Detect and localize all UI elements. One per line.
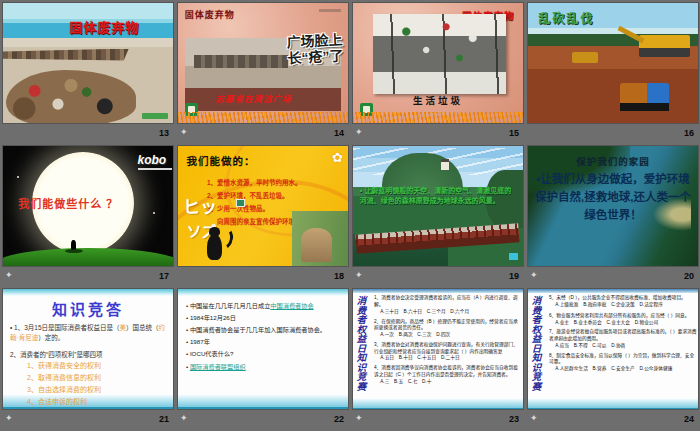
slide-thumbnail-15[interactable]: 固体废弃物 生活垃圾 — [352, 2, 524, 124]
item-text: • 中国是在几几年几月几日成立 — [186, 302, 270, 309]
slide-thumbnail-17[interactable]: 我们能做些什么 ？ kobo — [2, 145, 174, 267]
slide-number: 20 — [684, 271, 694, 281]
slide-text: •让我们从身边做起，爱护环境保护自然,拯救地球,还人类一个绿色世界！ — [533, 171, 693, 224]
garbage-pile-photo — [6, 70, 135, 124]
animation-star-icon[interactable]: ✦ — [530, 271, 538, 280]
list-item: • 1987年 — [186, 337, 343, 347]
slide-thumbnail-19[interactable]: • 让蔚蓝明镜般的天空、清新的空气、清澈见底的河流、绿色的森林原野成为地球永远的… — [352, 145, 524, 267]
slide-number: 22 — [334, 414, 344, 424]
slide-number: 21 — [159, 414, 169, 424]
slide-thumbnail-24[interactable]: 消费者权益日知识竞赛 5、未经（D ），公共服务企业不得提高收费标准、增加收费项… — [527, 288, 699, 410]
animation-star-icon[interactable]: ✦ — [530, 414, 538, 423]
slide-cell-14: 固体废弃物 广场脸上 长“疮”了 志愿者在清洁广场 ✦ 14 — [177, 2, 349, 144]
bulldozer-graphic — [572, 52, 598, 63]
q1-text: • 1、3月15日是国际消费者权益日是（ — [10, 324, 120, 331]
animation-star-icon[interactable]: ✦ — [355, 271, 363, 280]
slide-sorter-grid: 固体废弃物 ✦ 13 固体废弃物 广场脸上 长“疮”了 志愿者在清洁广场 ✦ 1… — [0, 0, 700, 431]
list-item: • IOCU代表什么? — [186, 349, 343, 359]
quiz-options: A.三 B.五 C.七 D.十 — [380, 379, 521, 385]
list-item: • 1984年12月26日 — [186, 313, 343, 323]
top-band — [3, 289, 173, 297]
top-band — [178, 289, 348, 297]
quiz-options: A.业主 B.业主委员会 C.业主大会 D.物业公司 — [555, 319, 696, 325]
slide-number: 24 — [684, 414, 694, 424]
slide-thumbnail-23[interactable]: 消费者权益日知识竞赛 1、消费者协会决定受理消费者投诉的，应当在（A ）内进行调… — [352, 288, 524, 410]
list-item: • 中国是在几几年几月几日成立中国消费者协会 — [186, 301, 343, 311]
slide-title: 保护我们的家园 — [528, 154, 698, 168]
trash-trees-photo — [373, 14, 506, 94]
list-item: 2、取得消费信息的权利 — [27, 372, 101, 384]
question-1: • 1、3月15日是国际消费者权益日是（美）国总统（约翰·肯尼迪）定的。 — [10, 323, 168, 343]
slide-meta: ✦ 23 — [352, 410, 524, 427]
slide-title: 乱砍乱伐 — [538, 9, 594, 26]
question-2: 2、消费者的“四项权利”是哪四项 — [10, 349, 168, 359]
star-dot — [153, 212, 155, 214]
bottom-band — [528, 398, 698, 409]
slide-header: 固体废弃物 — [185, 8, 235, 21]
animation-star-icon[interactable]: ✦ — [180, 414, 188, 423]
quiz-options: A.上级批准 B.政府审批 C.企业决策 D.法定程序 — [555, 302, 696, 308]
slide-thumbnail-13[interactable]: 固体废弃物 — [2, 2, 174, 124]
top-band — [528, 289, 698, 293]
excavator-graphic — [639, 35, 690, 57]
grass-fringe — [178, 112, 348, 123]
tree-stump-photo — [292, 211, 348, 266]
slide-thumbnail-14[interactable]: 固体废弃物 广场脸上 长“疮”了 志愿者在清洁广场 — [177, 2, 349, 124]
list-item: 1、爱惜水资源，平时节约用水。 — [207, 176, 329, 189]
watermark — [319, 9, 341, 12]
list-item: 1、获得消费安全的权利 — [27, 360, 101, 372]
slide-meta: ✦ 20 — [527, 267, 699, 284]
list-item: • 国际消费者联盟组织 — [186, 362, 343, 372]
headline-line2: 长“疮”了 — [287, 48, 344, 67]
animation-star-icon[interactable]: ✦ — [355, 128, 363, 137]
slide-cell-13: 固体废弃物 ✦ 13 — [2, 2, 174, 144]
slide-thumbnail-18[interactable]: 我们能做的： ✿ 1、爱惜水资源，平时节约用水。 2、爱护环境，不乱丢垃圾。 3… — [177, 145, 349, 267]
animation-star-icon[interactable]: ✦ — [355, 414, 363, 423]
slide-thumbnail-21[interactable]: 知识竞答 • 1、3月15日是国际消费者权益日是（美）国总统（约翰·肯尼迪）定的… — [2, 288, 174, 410]
slide-cell-20: 保护我们的家园 •让我们从身边做起，爱护环境保护自然,拯救地球,还人类一个绿色世… — [527, 145, 699, 287]
slide-title: 知识竞答 — [3, 298, 173, 319]
star-dot — [17, 176, 19, 178]
black-cat-graphic — [207, 234, 222, 260]
quiz-questions: 5、未经（D ），公共服务企业不得提高收费标准、增加收费项目。 A.上级批准 B… — [549, 295, 697, 376]
slide-title: 我们能做的： — [187, 153, 256, 168]
quiz-question: 1、消费者协会决定受理消费者投诉的，应当在（A ）内进行调查、调解。 — [374, 295, 522, 308]
quiz-question: 6、物业服务经营者利用共有部分所有权服务的，应当经（ ）同意。 — [549, 312, 697, 318]
vertical-title: 消费者权益日知识竞赛 — [530, 296, 540, 406]
hyperlink[interactable]: 国际消费者联盟组织 — [190, 363, 246, 370]
slide-thumbnail-22[interactable]: • 中国是在几几年几月几日成立中国消费者协会 • 1984年12月26日 • 中… — [177, 288, 349, 410]
bottom-band — [353, 398, 523, 409]
quiz-question: 4、消费者因消费争议向消费者协会投诉的，消费者协会应当自收到投诉之日起（C ）个… — [374, 365, 522, 378]
slide-number: 16 — [684, 128, 694, 138]
animation-star-icon[interactable]: ✦ — [180, 128, 188, 137]
hyperlink[interactable]: 中国消费者协会 — [270, 302, 313, 309]
slide-meta: ✦ 15 — [352, 124, 524, 141]
grass-fringe — [353, 112, 523, 123]
list-item: 2、爱护环境，不乱丢垃圾。 — [207, 189, 329, 202]
slide-thumbnail-16[interactable]: 乱砍乱伐 — [527, 2, 699, 124]
grass-hill — [2, 248, 174, 266]
slide-cell-17: 我们能做些什么 ？ kobo ✦ 17 — [2, 145, 174, 287]
slide-meta: ✦ 13 — [2, 124, 174, 141]
kobo-logo: kobo — [138, 153, 167, 167]
animation-star-icon[interactable]: ✦ — [5, 271, 13, 280]
slide-number: 14 — [334, 128, 344, 138]
slide-cell-15: 固体废弃物 生活垃圾 ✦ 15 — [352, 2, 524, 144]
quiz-question: 7、旅游业经营者擅自增加服务项目或者提高服务标准的，（ ）要求消费者承担由此增加… — [549, 329, 697, 342]
slide-meta: ✦ 19 — [352, 267, 524, 284]
animation-star-icon[interactable]: ✦ — [5, 414, 13, 423]
slide-cell-22: • 中国是在几几年几月几日成立中国消费者协会 • 1984年12月26日 • 中… — [177, 288, 349, 430]
vertical-title: 消费者权益日知识竞赛 — [355, 296, 365, 406]
slide-cell-21: 知识竞答 • 1、3月15日是国际消费者权益日是（美）国总统（约翰·肯尼迪）定的… — [2, 288, 174, 430]
slide-thumbnail-20[interactable]: 保护我们的家园 •让我们从身边做起，爱护环境保护自然,拯救地球,还人类一个绿色世… — [527, 145, 699, 267]
photo-caption: 生活垃圾 — [353, 93, 523, 107]
slide-meta: ✦ 14 — [177, 124, 349, 141]
bullet-list: • 中国是在几几年几月几日成立中国消费者协会 • 1984年12月26日 • 中… — [186, 301, 343, 374]
slide-meta: ✦ 21 — [2, 410, 174, 427]
slide-meta: ✦ 16 — [527, 124, 699, 141]
slide-text: • 让蔚蓝明镜般的天空、清新的空气、清澈见底的河流、绿色的森林原野成为地球永远的… — [360, 186, 516, 207]
slide-cell-16: 乱砍乱伐 ✦ 16 — [527, 2, 699, 144]
quiz-question: 5、未经（D ），公共服务企业不得提高收费标准、增加收费项目。 — [549, 295, 697, 301]
slide-number: 23 — [509, 414, 519, 424]
pavilion-graphic — [441, 159, 449, 170]
